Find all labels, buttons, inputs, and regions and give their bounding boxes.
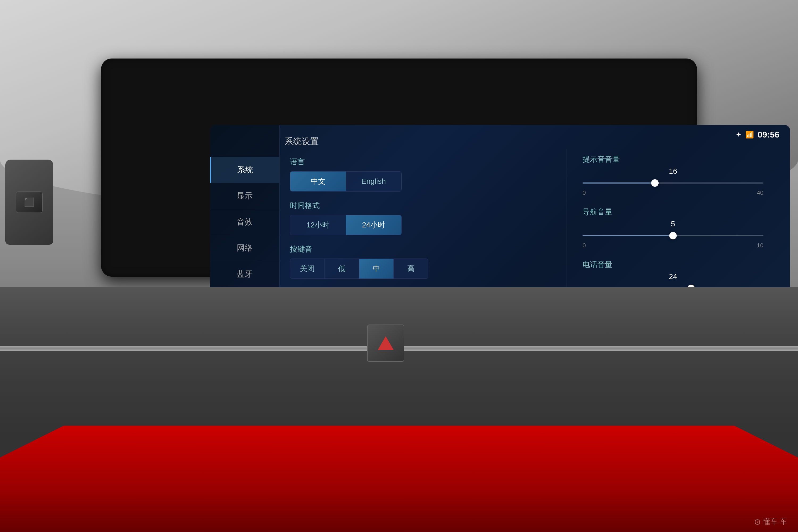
keyclick-label: 按键音 — [290, 244, 561, 254]
time-format-selector: 12小时 24小时 — [290, 215, 402, 235]
page-title: 系统设置 — [285, 136, 319, 147]
watermark: ⊙ 懂车 车 — [754, 517, 787, 527]
nav-slider-track — [583, 235, 763, 236]
language-english-button[interactable]: English — [346, 172, 401, 191]
keyclick-low-button[interactable]: 低 — [325, 259, 359, 279]
sidebar-item-network[interactable]: 网络 — [210, 235, 279, 261]
alert-volume-title: 提示音音量 — [583, 154, 763, 165]
time-24h-button[interactable]: 24小时 — [346, 215, 401, 235]
keyclick-selector: 关闭 低 中 高 — [290, 259, 428, 279]
keyclick-mid-button[interactable]: 中 — [359, 259, 394, 279]
nav-volume-title: 导航音量 — [583, 207, 763, 217]
time-format-label: 时间格式 — [290, 201, 561, 211]
alert-slider-track — [583, 183, 763, 184]
nav-volume-section: 导航音量 5 0 10 — [583, 207, 763, 249]
nav-min-label: 0 — [583, 242, 586, 249]
nav-slider-fill — [583, 235, 673, 236]
alert-slider-labels: 0 40 — [583, 189, 763, 196]
alert-max-label: 40 — [757, 189, 763, 196]
nav-slider-thumb[interactable] — [669, 232, 677, 240]
hazard-triangle-icon — [378, 336, 394, 350]
phone-volume-value: 24 — [583, 272, 763, 281]
alert-slider-fill — [583, 183, 655, 184]
hazard-button[interactable] — [367, 324, 404, 362]
bluetooth-icon: ✦ — [736, 131, 742, 139]
time-format-section: 时间格式 12小时 24小时 — [290, 201, 561, 235]
keyclick-off-button[interactable]: 关闭 — [290, 259, 325, 279]
alert-min-label: 0 — [583, 189, 586, 196]
nav-slider-labels: 0 10 — [583, 242, 763, 249]
alert-volume-section: 提示音音量 16 0 40 — [583, 154, 763, 196]
language-label: 语言 — [290, 157, 561, 167]
sidebar-item-display[interactable]: 显示 — [210, 183, 279, 209]
left-button-cluster: ⬛ — [5, 159, 53, 245]
watermark-text: 懂车 — [763, 517, 778, 527]
mirror-icon: ⬛ — [24, 197, 35, 207]
keyclick-high-button[interactable]: 高 — [394, 259, 428, 279]
signal-icon: 📶 — [745, 131, 754, 139]
status-bar: ✦ 📶 09:56 — [736, 130, 779, 140]
status-time: 09:56 — [758, 130, 779, 140]
phone-volume-title: 电话音量 — [583, 260, 763, 270]
alert-volume-slider[interactable] — [583, 178, 763, 188]
language-chinese-button[interactable]: 中文 — [290, 172, 346, 191]
sidebar-item-audio[interactable]: 音效 — [210, 209, 279, 235]
screen-bezel: ✦ 📶 09:56 系统设置 系统 显示 音效 网络 蓝牙 — [101, 58, 697, 277]
time-12h-button[interactable]: 12小时 — [290, 215, 346, 235]
keyclick-section: 按键音 关闭 低 中 高 — [290, 244, 561, 279]
nav-max-label: 10 — [757, 242, 763, 249]
nav-volume-slider[interactable] — [583, 230, 763, 241]
sidebar-item-bluetooth[interactable]: 蓝牙 — [210, 261, 279, 287]
alert-slider-thumb[interactable] — [651, 179, 659, 187]
nav-volume-value: 5 — [583, 220, 763, 228]
alert-volume-value: 16 — [583, 167, 763, 175]
car-body-red — [0, 425, 798, 532]
language-selector: 中文 English — [290, 171, 402, 191]
sidebar-item-system[interactable]: 系统 — [210, 157, 279, 183]
mirror-button[interactable]: ⬛ — [16, 191, 42, 213]
